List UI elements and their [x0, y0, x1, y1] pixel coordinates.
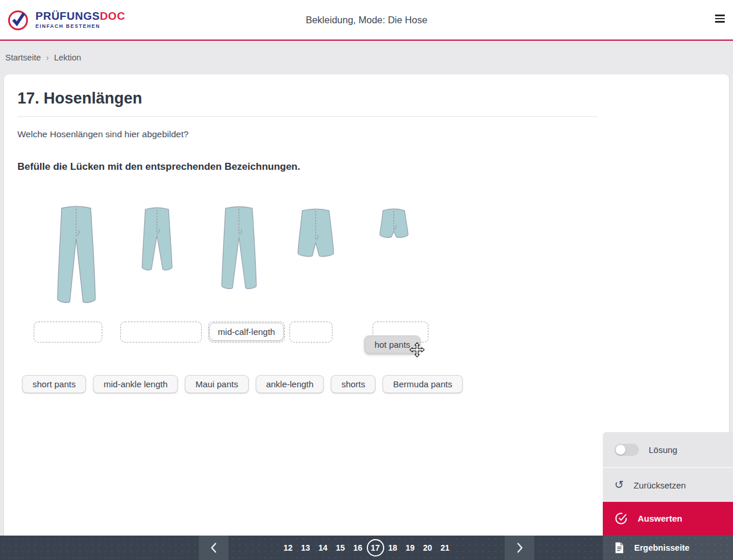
page-number-20[interactable]: 20 [419, 539, 437, 557]
page-number-16[interactable]: 16 [349, 539, 367, 557]
logo-check-circle-icon [6, 8, 30, 32]
word-bank-chip-shorts[interactable]: shorts [331, 375, 376, 393]
answer-chip-mid-calf-length[interactable]: mid-calf-length [209, 323, 284, 341]
results-page-button[interactable]: Ergebnisseite [603, 535, 733, 560]
word-bank-chip-maui-pants[interactable]: Maui pants [185, 375, 248, 393]
word-bank-chip-bermuda-pants[interactable]: Bermuda pants [382, 375, 463, 393]
pants-image-shorts [377, 208, 411, 242]
page-number-list: 12 13 14 15 16 17 18 19 20 21 [280, 536, 454, 560]
word-bank-chip-mid-ankle-length[interactable]: mid-ankle length [93, 375, 178, 393]
breadcrumb-startseite[interactable]: Startseite [5, 53, 41, 62]
page-number-13[interactable]: 13 [297, 539, 314, 557]
pants-image-full-length [53, 205, 99, 307]
logo-word: PRÜFUNGS [35, 10, 100, 22]
page-number-17-current[interactable]: 17 [367, 539, 384, 557]
pants-image-ankle-length [138, 206, 176, 274]
chevron-left-icon [208, 541, 220, 554]
page-number-12[interactable]: 12 [280, 539, 297, 557]
next-page-button[interactable] [505, 536, 534, 560]
drop-zone-2[interactable] [120, 322, 202, 343]
breadcrumb: Startseite › Lektion [0, 41, 733, 74]
dragging-chip-hot-pants[interactable]: hot pants [364, 336, 420, 354]
drop-zone-3[interactable]: mid-calf-length [208, 322, 285, 343]
breadcrumb-separator: › [46, 53, 49, 62]
breadcrumb-lektion[interactable]: Lektion [54, 53, 81, 62]
page-number-14[interactable]: 14 [314, 539, 332, 557]
evaluate-label: Auswerten [638, 513, 682, 523]
page-number-19[interactable]: 19 [402, 539, 419, 557]
check-circle-icon [614, 512, 628, 525]
undo-icon: ↺ [614, 479, 624, 490]
page-number-21[interactable]: 21 [437, 539, 454, 557]
brand-logo[interactable]: PRÜFUNGSDOC EINFACH BESTEHEN [6, 8, 125, 32]
reset-button[interactable]: ↺ Zurücksetzen [603, 467, 733, 502]
toggle-knob [616, 445, 625, 455]
solution-toggle[interactable] [614, 444, 639, 456]
app-header: PRÜFUNGSDOC EINFACH BESTEHEN Bekleidung,… [0, 0, 733, 41]
reset-label: Zurücksetzen [634, 480, 686, 490]
logo-text: PRÜFUNGSDOC EINFACH BESTEHEN [35, 10, 125, 29]
page-number-18[interactable]: 18 [384, 539, 402, 557]
solution-toggle-row[interactable]: Lösung [603, 432, 733, 467]
hamburger-menu-icon[interactable] [715, 15, 725, 23]
word-bank-chip-ankle-length[interactable]: ankle-length [256, 375, 324, 393]
prev-page-button[interactable] [199, 536, 228, 560]
logo-tagline: EINFACH BESTEHEN [35, 23, 125, 29]
page-number-15[interactable]: 15 [332, 539, 349, 557]
results-label: Ergebnisseite [634, 543, 689, 552]
word-bank-chip-short-pants[interactable]: short pants [22, 375, 86, 393]
pants-image-long [218, 205, 260, 293]
document-icon [614, 542, 624, 554]
logo-accent: DOC [100, 10, 126, 22]
chevron-right-icon [513, 541, 526, 554]
drop-zone-4[interactable] [289, 322, 332, 343]
evaluate-button[interactable]: Auswerten [603, 502, 733, 535]
word-bank: short pants mid-ankle length Maui pants … [22, 375, 463, 393]
drop-zone-1[interactable] [34, 322, 102, 343]
solution-label: Lösung [649, 445, 677, 455]
pants-image-mid-calf [295, 208, 336, 260]
action-panel: Lösung ↺ Zurücksetzen Auswerten Ergebnis… [603, 432, 733, 560]
